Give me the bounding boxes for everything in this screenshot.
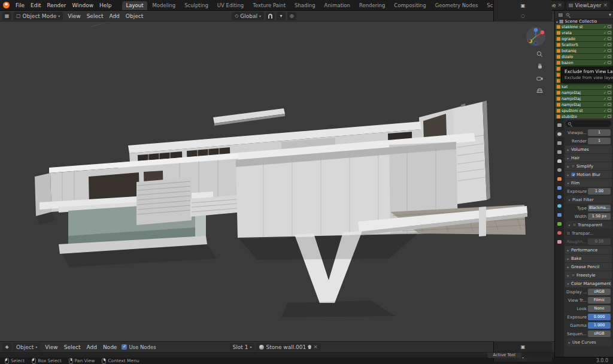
disclosure-triangle-icon[interactable] (566, 265, 570, 269)
workspace-tab[interactable]: Modeling (148, 1, 180, 10)
property-value[interactable]: 1.00 (588, 188, 611, 195)
screen-visibility-icon[interactable] (608, 115, 611, 118)
screen-visibility-icon[interactable] (608, 31, 611, 34)
properties-row[interactable]: Display ... sRGB (565, 288, 612, 296)
screen-visibility-icon[interactable] (608, 85, 611, 88)
screen-visibility-icon[interactable] (608, 91, 611, 94)
outliner-item-name[interactable]: staklene st (562, 25, 602, 29)
remove-view-layer-icon[interactable]: × (603, 2, 608, 8)
properties-row[interactable]: Volumes (565, 145, 612, 153)
workspace-tab[interactable]: Texture Paint (248, 1, 290, 10)
outliner-item[interactable]: spušteni st ✓ (556, 108, 612, 113)
properties-row[interactable]: Grease Pencil (565, 263, 612, 271)
property-value[interactable]: 0.000 (588, 314, 611, 320)
properties-row[interactable]: Film (565, 179, 612, 187)
disclosure-triangle-icon[interactable] (566, 257, 570, 260)
property-value[interactable]: sRGB (588, 289, 611, 295)
properties-tab-icon[interactable] (556, 175, 564, 182)
outliner-item-name[interactable]: bazen (562, 60, 602, 65)
outliner-item-name[interactable]: botaniq (562, 48, 602, 53)
shading-wireframe-icon[interactable]: ◌ (518, 12, 527, 20)
disclosure-triangle-icon[interactable] (566, 248, 570, 252)
menubar-item[interactable]: File (13, 1, 28, 10)
outliner-item[interactable]: Scatter5 ✓ (556, 42, 612, 47)
disclosure-triangle-icon[interactable] (566, 181, 570, 185)
move-hand-icon[interactable] (536, 62, 543, 69)
properties-row[interactable]: Pixel Filter (566, 196, 612, 204)
property-value[interactable]: 1 (588, 129, 611, 136)
viewport-menu-item[interactable]: View (65, 12, 83, 20)
outliner-item-name[interactable]: kat (562, 84, 602, 89)
properties-row[interactable]: Color Management (565, 280, 612, 287)
screen-visibility-icon[interactable] (608, 43, 611, 46)
disclosure-triangle-icon[interactable] (566, 173, 570, 177)
property-value[interactable]: 1 (588, 138, 611, 144)
properties-row[interactable]: Transparent (566, 221, 612, 229)
menubar-item[interactable]: Help (96, 1, 115, 10)
properties-tab-icon[interactable] (556, 220, 564, 227)
properties-row[interactable]: Bake (565, 254, 612, 262)
unlink-material-icon[interactable]: × (313, 344, 318, 350)
screen-visibility-icon[interactable] (608, 55, 611, 58)
properties-tab-icon[interactable] (556, 139, 564, 146)
unlink-scene-icon[interactable]: × (557, 2, 562, 8)
properties-tab-icon[interactable] (556, 229, 564, 236)
exclude-checkbox-icon[interactable]: ✓ (603, 49, 606, 53)
proportional-edit-icon[interactable]: ◎ (287, 12, 296, 20)
properties-row[interactable]: Motion Blur (565, 171, 612, 178)
outliner-item-name[interactable]: ograde (562, 37, 602, 41)
viewport-menu-item[interactable]: Select (84, 12, 107, 20)
exclude-checkbox-icon[interactable]: ✓ (603, 115, 606, 119)
property-value[interactable]: 1.000 (588, 322, 611, 329)
properties-row[interactable]: View Tr... Filmic (565, 296, 612, 304)
checkbox-icon[interactable] (571, 273, 575, 277)
outliner-item[interactable]: ograde ✓ (556, 36, 612, 41)
checkbox-icon[interactable] (571, 172, 575, 177)
outliner-item[interactable]: kat ✓ (556, 84, 612, 89)
exclude-checkbox-icon[interactable]: ✓ (603, 103, 606, 107)
viewport-menu-item[interactable]: Add (106, 12, 122, 20)
menubar-item[interactable]: Window (69, 1, 97, 10)
exclude-checkbox-icon[interactable]: ✓ (603, 37, 606, 41)
property-value[interactable]: 1.50 px (588, 213, 611, 220)
properties-row[interactable]: Roughn... 0.10 (565, 238, 612, 245)
workspace-tab[interactable]: Compositing (390, 1, 430, 10)
disclosure-triangle-icon[interactable] (566, 274, 570, 277)
properties-row[interactable]: Render 1 (565, 137, 612, 145)
workspace-tab[interactable]: Sculpting (180, 1, 213, 10)
shader-menu-item[interactable]: Add (83, 343, 99, 351)
property-value[interactable]: Filmic (588, 297, 611, 304)
zoom-icon[interactable] (536, 50, 543, 57)
editor-type-icon[interactable]: ▦ (2, 12, 11, 20)
properties-row[interactable]: Width 1.50 px (565, 213, 612, 220)
checkbox-icon[interactable] (566, 231, 570, 235)
property-value[interactable]: sRGB (588, 330, 611, 337)
outliner-item[interactable]: vrata ✓ (556, 30, 612, 35)
disclosure-triangle-icon[interactable] (568, 341, 571, 344)
properties-tab-icon[interactable] (556, 211, 564, 218)
menubar-item[interactable]: Render (44, 1, 69, 10)
properties-row[interactable]: Sequen... sRGB (565, 330, 612, 338)
disclosure-triangle-icon[interactable] (566, 148, 570, 151)
properties-tab-icon[interactable] (556, 122, 564, 128)
shader-menu-item[interactable]: View (42, 343, 60, 351)
properties-tab-icon[interactable] (556, 166, 564, 173)
properties-row[interactable]: Freestyle (565, 271, 612, 279)
properties-row[interactable]: Exposure 1.00 (565, 187, 612, 195)
material-name[interactable]: Stone wall.001 (266, 344, 306, 350)
properties-row[interactable]: Performance (565, 246, 612, 254)
menubar-item[interactable]: Edit (28, 1, 44, 10)
outliner-item-name[interactable]: vrata (562, 31, 602, 35)
screen-visibility-icon[interactable] (608, 109, 611, 112)
scene-collection-label[interactable]: Scene Collectio (565, 19, 597, 24)
exclude-checkbox-icon[interactable]: ✓ (603, 25, 606, 29)
shader-menu-item[interactable]: Node (100, 343, 120, 351)
properties-tab-icon[interactable] (556, 193, 564, 200)
search-icon[interactable] (566, 13, 569, 16)
screen-visibility-icon[interactable] (608, 49, 611, 52)
properties-tab-icon[interactable] (556, 148, 564, 155)
exclude-checkbox-icon[interactable]: ✓ (603, 31, 606, 35)
scene-collection-row[interactable]: ▾ ▦ Scene Collectio (555, 19, 613, 24)
material-slot-dropdown[interactable]: Slot 1 ▾ (230, 343, 255, 351)
view-layer-selector[interactable]: ▤ ViewLayer × (566, 1, 610, 10)
